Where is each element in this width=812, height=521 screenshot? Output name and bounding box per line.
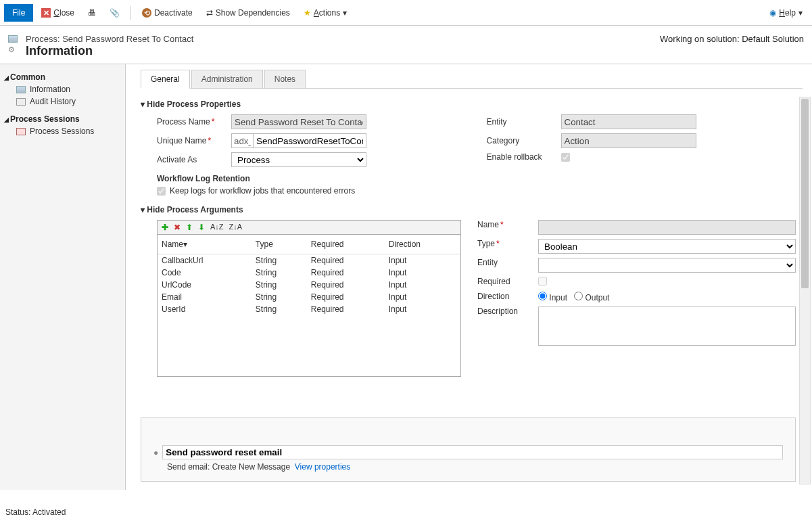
activate-as-select[interactable]: Process [231, 152, 366, 167]
arg-description-label: Description [477, 307, 538, 316]
step-container: ● Send email: Create New Message View pr… [141, 417, 796, 482]
table-row[interactable]: CallbackUrlStringRequiredInput [158, 254, 460, 267]
dependencies-icon: ⇄ [206, 8, 213, 18]
sort-desc-icon[interactable]: Z↓A [229, 223, 243, 232]
arg-name-field [538, 220, 796, 235]
activate-as-label: Activate As [157, 155, 231, 164]
save-icon: 🖶 [88, 8, 96, 18]
help-button[interactable]: ◉ Help ▾ [764, 5, 808, 20]
args-col-required[interactable]: Required [307, 235, 385, 254]
arg-type-select[interactable]: Boolean [538, 239, 796, 254]
sort-asc-icon[interactable]: A↓Z [210, 223, 224, 232]
step-description: Send email: Create New Message [167, 462, 290, 472]
add-arg-icon[interactable]: ✚ [162, 223, 168, 232]
sidebar-item-process-sessions[interactable]: Process Sessions [4, 125, 121, 137]
arg-entity-select[interactable] [538, 258, 796, 273]
arg-type-label: Type* [477, 239, 538, 248]
sidebar-item-information[interactable]: Information [4, 83, 121, 95]
log-retention-chk[interactable] [157, 187, 166, 196]
entity-field [561, 114, 696, 129]
category-label: Category [487, 136, 561, 145]
unique-name-prefix [231, 133, 253, 148]
sidebar-item-audit-history[interactable]: Audit History [4, 95, 121, 108]
deactivate-icon: ⟲ [142, 8, 151, 18]
star-icon: ★ [304, 8, 311, 18]
process-title: Process: Send Password Reset To Contact [26, 34, 660, 44]
sidebar-group-sessions[interactable]: ◢Process Sessions [4, 114, 121, 124]
arg-direction-label: Direction [477, 292, 538, 301]
sidebar: ◢Common Information Audit History ◢Proce… [0, 64, 126, 490]
args-col-direction[interactable]: Direction [385, 235, 460, 254]
process-name-label: Process Name* [157, 117, 231, 127]
step-bullet-icon: ● [153, 448, 158, 457]
args-toolbar: ✚ ✖ ⬆ ⬇ A↓Z Z↓A [157, 220, 461, 235]
entity-icon: ⚙ [8, 34, 26, 54]
chevron-down-icon: ▾ [798, 8, 803, 18]
solution-label: Working on solution: Default Solution [660, 34, 804, 44]
paperclip-icon: 📎 [110, 8, 120, 18]
move-up-icon[interactable]: ⬆ [186, 223, 193, 232]
entity-label: Entity [487, 117, 561, 127]
close-button[interactable]: ✕ Close [36, 5, 80, 20]
audit-icon [16, 98, 26, 106]
section-process-properties[interactable]: ▾ Hide Process Properties [141, 99, 796, 109]
tab-administration[interactable]: Administration [191, 70, 263, 88]
arg-description-field[interactable] [538, 307, 796, 346]
process-name-field [231, 114, 366, 129]
step-title-field[interactable] [162, 445, 783, 459]
args-grid: Name▾ Type Required Direction CallbackUr… [157, 235, 461, 377]
deactivate-button[interactable]: ⟲ Deactivate [137, 5, 198, 20]
tab-general[interactable]: General [141, 70, 190, 89]
help-icon: ◉ [769, 8, 776, 18]
sidebar-group-common[interactable]: ◢Common [4, 72, 121, 82]
table-row[interactable]: UrlCodeStringRequiredInput [158, 279, 460, 291]
category-field [561, 133, 696, 148]
rollback-label: Enable rollback [487, 152, 561, 162]
save-icon-button[interactable]: 🖶 [82, 5, 101, 20]
chevron-down-icon: ▾ [343, 8, 347, 18]
rollback-checkbox[interactable] [561, 153, 570, 162]
vertical-scrollbar[interactable] [799, 97, 811, 484]
unique-name-label: Unique Name* [157, 136, 231, 145]
table-row[interactable]: EmailStringRequiredInput [158, 291, 460, 303]
log-retention-header: Workflow Log Retention [157, 174, 467, 183]
arg-required-checkbox[interactable] [538, 277, 547, 286]
args-col-name[interactable]: Name▾ [158, 235, 252, 254]
table-row[interactable]: UserIdStringRequiredInput [158, 303, 460, 315]
actions-button[interactable]: ★ Actions ▾ [298, 5, 352, 20]
table-row[interactable]: CodeStringRequiredInput [158, 267, 460, 279]
tab-notes[interactable]: Notes [264, 70, 306, 88]
arg-entity-label: Entity [477, 258, 538, 267]
section-process-arguments[interactable]: ▾ Hide Process Arguments [141, 205, 796, 214]
page-title: Information [26, 44, 660, 58]
unique-name-field[interactable] [253, 133, 366, 148]
arg-name-label: Name* [477, 220, 538, 229]
file-button[interactable]: File [4, 4, 33, 22]
show-dependencies-button[interactable]: ⇄ Show Dependencies [201, 5, 295, 20]
close-icon: ✕ [41, 8, 51, 18]
arg-required-label: Required [477, 277, 538, 286]
toolbar: File ✕ Close 🖶 📎 ⟲ Deactivate ⇄ Show Dep… [0, 0, 812, 26]
status-bar: Status: Activated [5, 507, 66, 517]
move-down-icon[interactable]: ⬇ [198, 223, 205, 232]
args-col-type[interactable]: Type [252, 235, 307, 254]
log-retention-checkbox[interactable]: Keep logs for workflow jobs that encount… [157, 186, 467, 196]
view-properties-link[interactable]: View properties [295, 462, 351, 472]
sessions-icon [16, 128, 26, 135]
arg-direction-input[interactable]: Input [538, 293, 567, 302]
attach-button[interactable]: 📎 [104, 5, 125, 20]
arg-direction-output[interactable]: Output [574, 293, 609, 302]
info-icon [16, 86, 26, 93]
delete-arg-icon[interactable]: ✖ [174, 223, 181, 232]
